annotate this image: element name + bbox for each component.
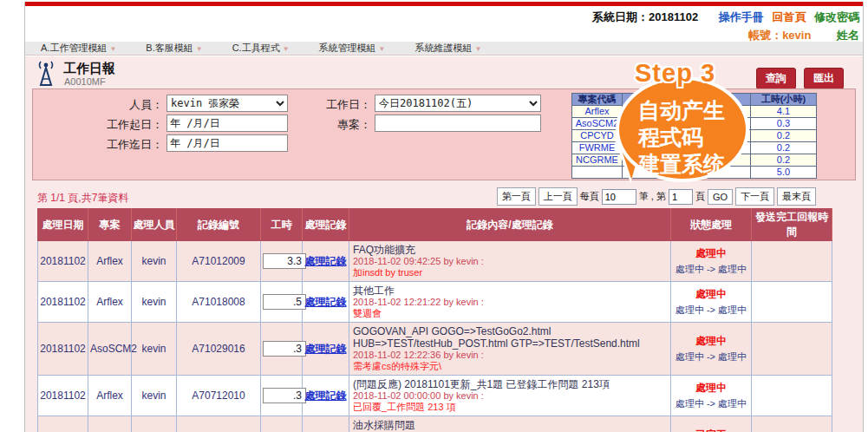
query-button[interactable]: 查詢 [756, 68, 796, 89]
table-row: 20181102ArflexkevinA70712010處理記錄(問題反應) 2… [38, 376, 832, 416]
record-no-cell: A71029016 [177, 323, 261, 376]
content-cell: GOGOVAN_API GOGO=>TestGoGo2.html HUB=>TE… [349, 323, 671, 376]
person-select[interactable]: kevin 張家榮 [166, 95, 288, 112]
report-time-cell [752, 282, 832, 323]
table-row: 20181102ArflexkevinA71012009處理記錄FAQ功能擴充2… [38, 241, 832, 282]
export-button[interactable]: 匯出 [804, 68, 844, 89]
record-link[interactable]: 處理記錄 [305, 343, 347, 355]
hours-cell [261, 282, 303, 323]
status-badge: 處理中 [673, 246, 749, 261]
status-cell: 處理中處理中 -> 處理中 [671, 376, 752, 416]
start-date-input[interactable] [166, 115, 288, 132]
menu-item-tools[interactable]: C.工具程式▼ [232, 42, 290, 55]
record-link-cell: 處理記錄 [303, 416, 349, 432]
col-report-time: 發送完工回報時間 [752, 209, 832, 241]
person-cell: kevin [132, 323, 177, 376]
end-date-label: 工作迄日： [35, 137, 163, 153]
status-badge: 處理中 [673, 334, 749, 349]
hours-input[interactable] [263, 341, 306, 357]
process-date-cell: 20181102 [38, 323, 88, 376]
process-date-cell: 20181102 [38, 282, 88, 323]
record-link[interactable]: 處理記錄 [305, 389, 347, 402]
bubble-text: 自动产生 程式码 建置系统 [638, 97, 725, 178]
status-badge: 已完工 [673, 428, 749, 432]
table-row: 20181102CPCYDkevinA71017007處理記錄油水採購問題201… [38, 416, 832, 432]
content-cell: FAQ功能擴充2018-11-02 09:42:25 by kevin :加in… [349, 241, 671, 282]
status-cell: 已完工待處理 -> 待處理 [671, 416, 752, 432]
project-cell: AsoSCM2 [88, 323, 132, 376]
status-badge: 處理中 [673, 287, 749, 302]
col-status: 狀態處理 [671, 209, 752, 241]
status-cell: 處理中處理中 -> 處理中 [671, 323, 752, 376]
radio-tower-icon [34, 59, 58, 87]
menu-item-system-maintenance[interactable]: 系統維護模組▼ [415, 42, 482, 55]
account-label: 帳號：kevin [748, 29, 811, 42]
record-link-cell: 處理記錄 [303, 241, 349, 282]
user-name-label: 姓名 [837, 29, 859, 42]
step-label: Step 3 [635, 59, 715, 88]
page-title: 工作日報 [63, 61, 115, 77]
page-code: A0010MF [64, 76, 106, 87]
work-date-select[interactable]: 今日20181102(五) [375, 95, 541, 112]
person-cell: kevin [132, 376, 177, 416]
end-date-input[interactable] [166, 134, 288, 152]
hours-cell [261, 323, 303, 376]
chevron-down-icon: ▼ [196, 45, 203, 53]
process-date-cell: 20181102 [38, 241, 88, 282]
manual-link[interactable]: 操作手冊 [719, 10, 764, 23]
person-label: 人員： [35, 97, 163, 113]
record-link[interactable]: 處理記錄 [305, 296, 347, 308]
first-page-button[interactable]: 第一頁 [497, 187, 536, 206]
chevron-down-icon: ▼ [475, 45, 482, 53]
report-time-cell [752, 376, 832, 416]
start-date-label: 工作起日： [35, 117, 163, 133]
report-time-cell: 2018110213:07:17 [752, 416, 832, 432]
project-cell: Arflex [88, 376, 132, 416]
col-hours: 工時 [261, 209, 303, 241]
content-cell: (問題反應) 20181101更新_共1題 已登錄工作問題 213項2018-1… [349, 376, 671, 416]
home-link[interactable]: 回首頁 [772, 10, 806, 23]
hours-cell [261, 241, 303, 282]
col-process-date: 處理日期 [38, 209, 88, 241]
hours-input[interactable] [263, 253, 306, 269]
col-content: 記錄內容/處理記錄 [349, 209, 671, 241]
chevron-down-icon: ▼ [109, 45, 116, 53]
person-cell: kevin [132, 241, 177, 282]
status-badge: 處理中 [673, 381, 749, 396]
chevron-down-icon: ▼ [283, 45, 290, 53]
last-page-button[interactable]: 最末頁 [777, 187, 816, 206]
menu-item-work-management[interactable]: A.工作管理模組▼ [41, 42, 116, 55]
table-row: 20181102AsoSCM2kevinA71029016處理記錄GOGOVAN… [38, 323, 832, 376]
status-cell: 處理中處理中 -> 處理中 [671, 241, 752, 282]
hours-input[interactable] [263, 294, 306, 310]
project-input[interactable] [375, 115, 541, 132]
work-date-label: 工作日： [279, 97, 371, 113]
project-label: 專案： [279, 117, 371, 133]
site-header: 系統日期：20181102 操作手冊 回首頁 修改密碼 帳號：kevin 姓名 [25, 6, 863, 42]
record-link[interactable]: 處理記錄 [305, 255, 347, 267]
status-cell: 處理中處理中 -> 處理中 [671, 282, 752, 323]
col-record-link: 處理記錄 [303, 209, 349, 241]
col-project: 專案 [88, 209, 132, 241]
record-link-cell: 處理記錄 [303, 323, 349, 376]
project-cell: CPCYD [88, 416, 132, 432]
change-password-link[interactable]: 修改密碼 [814, 10, 859, 23]
menu-item-system-management[interactable]: 系統管理模組▼ [319, 42, 386, 55]
report-time-cell [752, 241, 832, 282]
record-no-cell: A70712010 [177, 376, 261, 416]
main-menu: A.工作管理模組▼ B.客服模組▼ C.工具程式▼ 系統管理模組▼ 系統維護模組… [25, 42, 863, 56]
worklog-header-row: 處理日期 專案 處理人員 記錄編號 工時 處理記錄 記錄內容/處理記錄 狀態處理… [38, 209, 832, 241]
process-date-cell: 20181102 [38, 416, 88, 432]
worklog-table-body: 20181102ArflexkevinA71012009處理記錄FAQ功能擴充2… [38, 241, 832, 432]
person-cell: kevin [132, 416, 177, 432]
menu-item-customer-service[interactable]: B.客服模組▼ [146, 42, 202, 55]
col-person: 處理人員 [132, 209, 177, 241]
hours-input[interactable] [263, 388, 306, 403]
chevron-down-icon: ▼ [379, 45, 386, 53]
hours-cell [261, 376, 303, 416]
prev-page-button[interactable]: 上一頁 [538, 187, 578, 206]
content-cell: 油水採購問題2018-11-02 00:00:00 by kevin :1.我有… [349, 416, 671, 432]
system-date: 系統日期：20181102 [592, 10, 698, 23]
col-record-no: 記錄編號 [177, 209, 261, 241]
step3-bubble: Step 3 自动产生 程式码 建置系统 [612, 62, 761, 193]
